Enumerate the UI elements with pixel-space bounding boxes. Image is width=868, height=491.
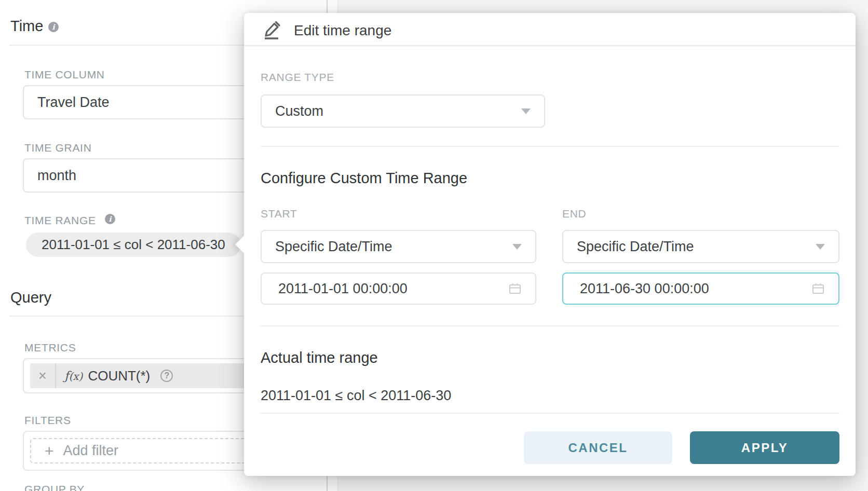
edit-time-range-popover: Edit time range RANGE TYPE Custom Config… bbox=[244, 13, 856, 476]
time-column-value: Travel Date bbox=[24, 94, 110, 111]
start-datetime-input[interactable] bbox=[261, 272, 536, 305]
start-type-select[interactable]: Specific Date/Time bbox=[261, 230, 536, 263]
actual-range-heading: Actual time range bbox=[261, 349, 378, 366]
query-section-heading: Query bbox=[10, 289, 51, 306]
end-type-select[interactable]: Specific Date/Time bbox=[562, 230, 839, 263]
time-column-label: TIME COLUMN bbox=[24, 69, 105, 81]
calendar-icon[interactable] bbox=[508, 282, 522, 297]
end-type-value: Specific Date/Time bbox=[563, 239, 694, 255]
popover-header-divider bbox=[244, 45, 856, 46]
divider bbox=[261, 146, 839, 147]
end-datetime-input[interactable] bbox=[562, 272, 839, 305]
group-by-label: GROUP BY bbox=[24, 483, 85, 491]
time-range-pill-value: 2011-01-01 ≤ col < 2011-06-30 bbox=[42, 237, 225, 253]
chevron-down-icon bbox=[512, 244, 522, 250]
metric-name: COUNT(*) bbox=[88, 368, 150, 384]
popover-title: Edit time range bbox=[294, 22, 391, 39]
time-grain-value: month bbox=[24, 168, 76, 184]
range-type-value: Custom bbox=[262, 103, 323, 119]
range-type-select[interactable]: Custom bbox=[261, 94, 545, 128]
range-type-label: RANGE TYPE bbox=[261, 71, 334, 84]
actual-range-value: 2011-01-01 ≤ col < 2011-06-30 bbox=[261, 388, 451, 404]
chip-separator bbox=[55, 363, 56, 388]
configure-heading: Configure Custom Time Range bbox=[261, 170, 467, 187]
info-icon[interactable]: i bbox=[48, 22, 59, 32]
cancel-button[interactable]: CANCEL bbox=[524, 431, 672, 464]
apply-button[interactable]: APPLY bbox=[690, 431, 839, 464]
time-section-heading: Time bbox=[10, 18, 43, 35]
function-icon: ƒ(x) bbox=[64, 369, 83, 383]
calendar-icon[interactable] bbox=[811, 282, 825, 297]
plus-icon: + bbox=[45, 443, 54, 459]
end-label: END bbox=[562, 208, 586, 220]
start-label: START bbox=[261, 208, 297, 220]
remove-metric-icon[interactable]: × bbox=[30, 368, 55, 384]
chevron-down-icon bbox=[816, 244, 825, 250]
metrics-label: METRICS bbox=[24, 342, 76, 354]
start-datetime-field bbox=[261, 272, 536, 305]
info-icon[interactable]: i bbox=[105, 214, 115, 224]
time-grain-label: TIME GRAIN bbox=[24, 142, 92, 154]
add-filter-label: Add filter bbox=[63, 443, 119, 459]
metric-help-icon[interactable]: ? bbox=[160, 370, 173, 382]
edit-pencil-icon bbox=[262, 19, 282, 42]
popover-footer-divider bbox=[261, 413, 839, 414]
start-type-value: Specific Date/Time bbox=[262, 239, 392, 255]
time-range-label: TIME RANGE bbox=[24, 214, 96, 227]
time-range-pill[interactable]: 2011-01-01 ≤ col < 2011-06-30 bbox=[26, 233, 241, 257]
divider bbox=[261, 325, 839, 326]
chevron-down-icon bbox=[521, 108, 531, 114]
end-datetime-field bbox=[562, 272, 839, 305]
filters-label: FILTERS bbox=[24, 414, 71, 427]
